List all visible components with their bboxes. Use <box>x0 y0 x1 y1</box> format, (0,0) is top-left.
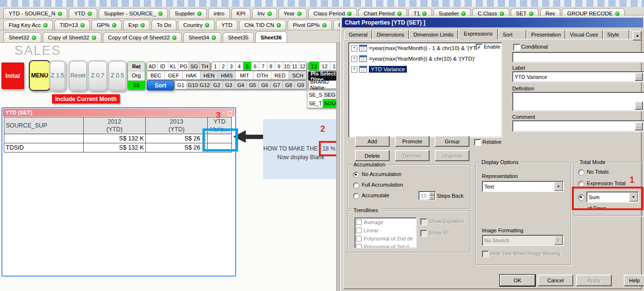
zoom-0-5-button[interactable]: Z 0.5 <box>108 60 127 91</box>
demote-button[interactable]: Demote <box>395 150 429 161</box>
no-accumulation-radio[interactable] <box>353 172 359 178</box>
list-item-rat[interactable]: Rat <box>128 62 145 71</box>
maximize-icon[interactable]: ▢ <box>227 110 232 116</box>
checkbox-icon[interactable] <box>356 219 362 225</box>
tab-number[interactable]: Number <box>630 30 632 39</box>
tab-to-do[interactable]: To Do <box>152 20 177 30</box>
reset-button[interactable]: Reset <box>68 60 88 91</box>
definition-input[interactable] <box>512 92 644 111</box>
scroll-up-icon[interactable]: ▲ <box>416 218 417 226</box>
tab-ytd-source-n[interactable]: YTD - SOURCE_N <box>3 8 67 18</box>
conditional-expression-input[interactable] <box>512 52 644 63</box>
list-item[interactable]: 12 <box>299 62 307 70</box>
trendline-option[interactable]: Linear <box>355 226 416 234</box>
column-header-2013[interactable]: 2013 (YTD) <box>146 117 208 134</box>
zoom-0-7-button[interactable]: Z 0.7 <box>88 60 108 91</box>
hide-text-checkbox[interactable] <box>482 251 489 257</box>
tab-presentation[interactable]: Presentation <box>527 30 565 39</box>
tab-expressions-active[interactable]: Expressions <box>458 29 498 39</box>
minimize-icon[interactable]: – <box>222 110 225 116</box>
representation-dropdown[interactable]: Text ▼ <box>482 181 564 192</box>
list-item[interactable]: SCH <box>289 71 306 79</box>
trendlines-scrollbar[interactable]: ▲ ▼ <box>416 218 417 247</box>
spinner-down-icon[interactable]: ▼ <box>429 196 435 200</box>
list-item[interactable]: 3 <box>227 62 236 70</box>
list-item[interactable]: G10 <box>187 81 199 89</box>
toolbar-icons[interactable] <box>0 0 644 7</box>
list-item[interactable]: PG <box>178 62 189 70</box>
list-item-sgd[interactable]: S$ <box>128 81 145 89</box>
trendline-option[interactable]: Polynomial of 3rd d <box>355 242 416 248</box>
tab-pivot-gp[interactable]: Pivot GP% <box>288 20 332 30</box>
list-item[interactable]: G8 <box>283 81 295 89</box>
list-item-org[interactable]: Org <box>128 71 145 80</box>
list-item[interactable]: ID <box>158 62 168 70</box>
list-item[interactable]: 11 <box>291 62 299 70</box>
list-item[interactable]: G4 <box>235 81 247 89</box>
expression-list[interactable]: + =year(max(YearMonth)) - 1 & chr(10) & … <box>348 42 502 138</box>
list-item[interactable]: 12 <box>319 62 330 70</box>
promote-button[interactable]: Promote <box>395 136 429 147</box>
enable-checkbox[interactable]: ✓ <box>476 44 482 51</box>
cell-2012-value[interactable]: S$ 132 K <box>84 134 146 143</box>
tab-copy-of-sheet32[interactable]: Copy of Sheet32 <box>43 32 101 42</box>
list-item[interactable]: 4 <box>236 62 244 70</box>
help-button[interactable]: Help <box>624 275 644 286</box>
cell-source[interactable]: TDSID <box>4 143 84 152</box>
tab-sheet34[interactable]: Sheet34 <box>183 32 221 42</box>
table-caption-bar[interactable]: YTD (SET) – ▢ <box>3 109 235 116</box>
cell-2013-value[interactable]: S$ 26 K <box>146 143 208 152</box>
list-item[interactable]: 2 <box>220 62 228 70</box>
ok-button[interactable]: OK <box>500 275 535 286</box>
scrollbar-thumb[interactable] <box>416 234 417 241</box>
label-ellipsis-button[interactable]: ... <box>635 73 643 81</box>
tab-dimensions[interactable]: Dimensions <box>372 30 408 39</box>
list-item[interactable]: 8 <box>267 62 276 70</box>
list-item[interactable]: GEF <box>165 71 183 79</box>
tab-sort[interactable]: Sort <box>498 30 526 39</box>
tab-flag-key-acc[interactable]: Flag Key Acc <box>3 20 53 30</box>
list-item[interactable]: 6 <box>252 62 260 70</box>
sort-button[interactable]: Sort <box>147 80 174 90</box>
steps-back-spinner[interactable]: 10 ▲▼ <box>418 191 436 200</box>
tab-visual-cues[interactable]: Visual Cues <box>566 30 603 39</box>
column-header-source-sup[interactable]: SOURCE_SUP <box>4 117 84 134</box>
label-input[interactable]: YTD Variance <box>512 71 644 82</box>
tab-country[interactable]: Country <box>178 20 215 30</box>
trendline-option[interactable]: Average <box>355 218 416 226</box>
tab-chk-tid-cn[interactable]: Chk TID CN <box>239 20 286 30</box>
tab-supplier-source[interactable]: Supplier - SOURCE_ <box>99 8 168 18</box>
cell-source[interactable] <box>4 134 84 143</box>
menu-button[interactable]: MENU <box>29 60 51 91</box>
tab-tid-13[interactable]: TID=13 <box>54 20 90 30</box>
list-item[interactable]: BEC <box>147 71 165 79</box>
apply-button[interactable]: Apply <box>576 275 612 286</box>
expression-row-selected[interactable]: + YTD Variance <box>349 64 502 75</box>
tab-dimension-limits[interactable]: Dimension Limits <box>409 30 458 39</box>
initial-button[interactable]: Inital <box>1 63 24 89</box>
list-item[interactable]: G3 <box>223 81 235 89</box>
spinner-up-icon[interactable]: ▲ <box>429 192 435 196</box>
full-accumulation-radio[interactable] <box>353 182 359 189</box>
checkbox-icon[interactable] <box>356 228 362 233</box>
list-item[interactable]: G9 <box>295 81 306 89</box>
checkbox-icon[interactable] <box>356 244 362 249</box>
comment-ellipsis-button[interactable]: ... <box>635 122 643 130</box>
zoom-1-5-button[interactable]: Z 1.5 <box>49 60 66 91</box>
list-item[interactable]: MIT <box>236 71 253 79</box>
list-item[interactable]: SE_S <box>307 90 323 99</box>
tab-copy-of-copy-of-sheet32[interactable]: Copy of Copy of Sheet32 <box>103 32 182 42</box>
ungroup-button[interactable]: Ungroup <box>435 150 469 161</box>
tab-ytd-2[interactable]: YTD <box>216 20 238 30</box>
tab-sheet36-active[interactable]: Sheet36 <box>255 31 287 43</box>
tab-year[interactable]: Year <box>278 8 307 18</box>
scroll-down-icon[interactable]: ▼ <box>416 240 417 248</box>
list-item[interactable]: G5 <box>247 81 259 89</box>
tab-kpi[interactable]: KPI <box>231 8 251 18</box>
tab-intro[interactable]: intro <box>208 8 229 18</box>
list-item[interactable]: SE_T <box>307 99 323 108</box>
add-button[interactable]: Add <box>355 136 390 147</box>
tab-sheet32[interactable]: Sheet32 <box>3 32 41 42</box>
list-item[interactable]: OTH <box>253 71 271 79</box>
show-equation-checkbox[interactable] <box>420 218 427 225</box>
